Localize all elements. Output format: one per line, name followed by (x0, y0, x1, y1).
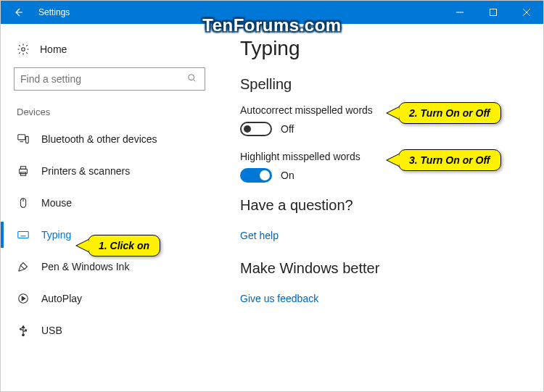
feedback-link[interactable]: Give us feedback (240, 293, 318, 304)
keyboard-icon (17, 228, 30, 241)
highlight-toggle[interactable] (240, 168, 272, 183)
svg-point-4 (22, 48, 25, 51)
svg-point-23 (22, 334, 25, 336)
gear-icon (17, 43, 30, 56)
pen-icon (17, 260, 30, 273)
search-icon (187, 73, 199, 85)
sidebar-item-label: Mouse (41, 197, 72, 209)
svg-rect-7 (18, 135, 25, 140)
window-title: Settings (36, 7, 70, 17)
svg-rect-11 (20, 167, 25, 170)
titlebar: Settings (1, 1, 543, 24)
svg-rect-15 (18, 232, 28, 238)
search-input[interactable] (14, 67, 205, 91)
back-button[interactable] (1, 1, 36, 24)
search-field[interactable] (20, 73, 187, 85)
close-button[interactable] (510, 1, 543, 24)
sidebar-item-autoplay[interactable]: AutoPlay (1, 283, 218, 314)
svg-line-6 (194, 80, 196, 82)
callout-1: 1. Click on (88, 235, 160, 257)
maximize-button[interactable] (477, 1, 510, 24)
svg-rect-1 (490, 9, 497, 16)
sidebar-item-label: Printers & scanners (41, 165, 130, 177)
sidebar-item-label: AutoPlay (41, 293, 82, 304)
autocorrect-toggle[interactable] (240, 122, 272, 136)
sidebar-item-label: Pen & Windows Ink (41, 261, 129, 272)
home-button[interactable]: Home (1, 37, 218, 63)
home-label: Home (40, 43, 67, 55)
sidebar-item-label: Typing (41, 229, 71, 241)
main-content: Typing Spelling Autocorrect misspelled w… (218, 24, 543, 392)
sidebar-item-label: Bluetooth & other devices (41, 133, 157, 145)
autocorrect-state: Off (281, 123, 294, 135)
spelling-heading: Spelling (240, 76, 529, 93)
callout-2: 2. Turn On or Off (398, 102, 501, 124)
sidebar-item-usb[interactable]: USB (1, 314, 218, 346)
highlight-state: On (281, 170, 294, 181)
sidebar-item-label: USB (41, 325, 62, 336)
question-heading: Have a question? (240, 197, 529, 214)
sidebar-item-bluetooth[interactable]: Bluetooth & other devices (1, 123, 218, 155)
usb-icon (17, 324, 30, 337)
get-help-link[interactable]: Get help (240, 230, 279, 241)
printer-icon (17, 164, 30, 178)
devices-icon (17, 133, 30, 146)
autoplay-icon (17, 292, 30, 305)
minimize-button[interactable] (443, 1, 477, 24)
svg-rect-8 (26, 136, 29, 143)
mouse-icon (17, 196, 30, 209)
svg-point-5 (189, 75, 194, 80)
sidebar-item-printers[interactable]: Printers & scanners (1, 155, 218, 187)
sidebar-item-mouse[interactable]: Mouse (1, 187, 218, 219)
sidebar: Home Devices Bluetooth & other devices P… (1, 24, 218, 392)
callout-3: 3. Turn On or Off (398, 149, 501, 171)
better-heading: Make Windows better (240, 260, 529, 277)
section-label: Devices (1, 104, 218, 123)
page-title: Typing (240, 37, 529, 60)
